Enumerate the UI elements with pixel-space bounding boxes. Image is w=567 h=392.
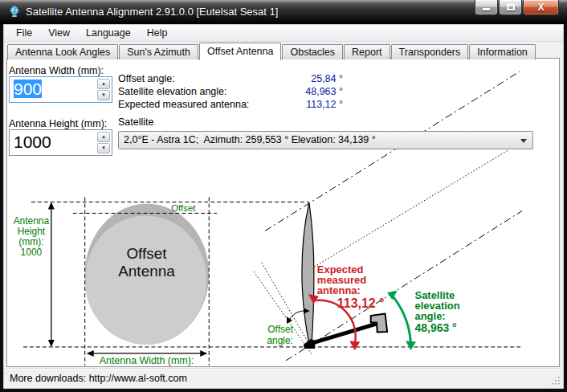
tab-offset-antenna[interactable]: Offset Antenna [199,43,281,60]
satellite-label: Satellite [118,116,153,128]
tab-obstacles[interactable]: Obstacles [282,44,343,59]
globe-icon [8,6,21,18]
spin-up-icon[interactable]: ▲ [97,79,110,89]
maximize-icon [507,4,515,10]
minimize-button[interactable] [475,0,498,15]
window-body: File View Language Help Antenna Look Ang… [3,24,564,389]
close-icon: X [537,2,544,12]
menu-view[interactable]: View [40,26,78,40]
spin-down-icon[interactable]: ▼ [97,143,110,153]
antenna-width-input[interactable]: 900 ▲ ▼ [9,76,112,103]
menu-file[interactable]: File [8,26,40,40]
offset-angle-readout-value: 25,84 ° [266,73,343,84]
tab-information[interactable]: Information [469,44,536,59]
chevron-down-icon [520,139,527,146]
menubar: File View Language Help [4,25,563,42]
form-layer: Antenna Width (mm): 900 ▲ ▼ Antenna Heig… [7,59,559,366]
statusbar: More downloads: http://www.al-soft.com [4,368,563,388]
tab-suns-azimuth[interactable]: Sun's Azimuth [119,44,198,59]
tab-antenna-look-angles[interactable]: Antenna Look Angles [7,44,118,59]
close-button[interactable]: X [523,0,559,15]
offset-angle-readout-label: Offset angle: [118,73,175,84]
satellite-select[interactable]: 2,0°E - Astra 1C; Azimuth: 259,553 ° Ele… [118,131,533,149]
antenna-height-value: 1000 [14,133,51,152]
menu-help[interactable]: Help [139,26,176,40]
window-controls: X [474,0,559,15]
antenna-height-input[interactable]: 1000 ▲ ▼ [9,129,112,156]
tab-transponders[interactable]: Transponders [391,44,469,59]
status-text: More downloads: http://www.al-soft.com [10,373,187,384]
satellite-selected-value: 2,0°E - Astra 1C; Azimuth: 259,553 ° Ele… [119,132,532,145]
app-window: Satellite Antenna Alignment 2.91.0.0 [Eu… [0,0,567,392]
antenna-height-spinner: ▲ ▼ [97,132,110,154]
minimize-icon [483,8,490,10]
titlebar[interactable]: Satellite Antenna Alignment 2.91.0.0 [Eu… [0,0,567,24]
resize-grip[interactable] [551,376,561,386]
antenna-width-spinner: ▲ ▼ [97,79,110,101]
menu-language[interactable]: Language [78,26,139,40]
elevation-readout-value: 48,963 ° [266,86,343,97]
expected-readout-label: Expected measured antenna: [118,99,249,110]
spin-down-icon[interactable]: ▼ [97,90,110,100]
expected-readout-value: 113,12 ° [266,99,343,110]
window-title: Satellite Antenna Alignment 2.91.0.0 [Eu… [26,6,278,18]
spin-up-icon[interactable]: ▲ [97,132,110,142]
maximize-button[interactable] [499,0,522,15]
antenna-width-label: Antenna Width (mm): [9,65,104,76]
antenna-width-value: 900 [14,80,42,98]
tabstrip: Antenna Look Angles Sun's Azimuth Offset… [4,43,563,59]
antenna-height-label: Antenna Height (mm): [9,118,107,129]
tab-report[interactable]: Report [344,44,390,59]
offset-antenna-page: Antenna Height (mm): 1000 Antenna Width … [6,58,560,367]
elevation-readout-label: Satellite elevation angle: [118,86,227,97]
